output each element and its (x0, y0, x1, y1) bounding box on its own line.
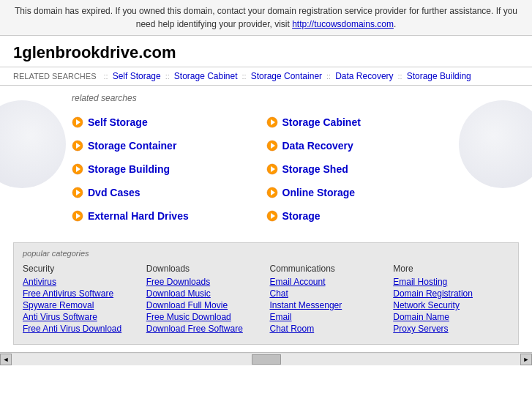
link-col-right: Storage Cabinet Data Recovery (266, 111, 461, 228)
related-bar: RELATED SEARCHES :: Self Storage :: Stor… (0, 67, 532, 86)
arrow-icon (72, 163, 83, 175)
search-links-container: related searches Self Storage (13, 93, 519, 228)
cat-link-antivirus[interactable]: Antivirus (23, 277, 139, 287)
category-downloads: Downloads Free Downloads Download Music … (146, 264, 263, 335)
popular-categories-title: popular categories (23, 249, 509, 258)
category-more: More Email Hosting Domain Registration N… (393, 264, 509, 335)
expired-notice: This domain has expired. If you owned th… (0, 0, 532, 36)
scroll-thumb-horizontal[interactable] (252, 354, 281, 365)
arrow-icon (266, 140, 278, 152)
list-item: Storage (266, 204, 461, 228)
separator-3: :: (242, 72, 247, 81)
scroll-track-horizontal (12, 354, 520, 365)
cat-link-free-downloads[interactable]: Free Downloads (146, 277, 263, 287)
bar-link-storage-building[interactable]: Storage Building (407, 71, 471, 81)
cat-link-email-hosting[interactable]: Email Hosting (393, 277, 509, 287)
cat-link-download-free-software[interactable]: Download Free Software (146, 324, 263, 334)
cat-heading-downloads: Downloads (146, 264, 263, 274)
category-communications: Communications Email Account Chat Instan… (270, 264, 386, 335)
separator-5: :: (398, 72, 402, 81)
list-item: Data Recovery (266, 134, 461, 157)
cat-link-free-music-download[interactable]: Free Music Download (146, 312, 263, 322)
cat-link-domain-registration[interactable]: Domain Registration (393, 288, 509, 299)
link-storage-building[interactable]: Storage Building (88, 163, 170, 175)
related-searches-title: related searches (72, 93, 460, 103)
arrow-icon (72, 210, 83, 222)
cat-link-chat[interactable]: Chat (270, 288, 386, 299)
scroll-right-button[interactable]: ► (520, 354, 532, 365)
list-item: Storage Cabinet (266, 111, 461, 134)
cat-heading-communications: Communications (270, 264, 386, 274)
main-content: related searches Self Storage (0, 86, 532, 235)
link-storage[interactable]: Storage (282, 210, 321, 222)
separator-4: :: (326, 72, 331, 81)
arrow-icon (266, 210, 278, 222)
separator-1: :: (104, 72, 108, 81)
cat-link-free-antivirus-software[interactable]: Free Antivirus Software (23, 288, 139, 299)
cat-heading-security: Security (23, 264, 139, 274)
separator-2: :: (165, 72, 170, 81)
cat-link-domain-name[interactable]: Domain Name (393, 312, 509, 322)
arrow-icon (266, 163, 278, 175)
cat-link-chat-room[interactable]: Chat Room (270, 324, 386, 334)
related-bar-label: RELATED SEARCHES (13, 72, 97, 81)
list-item: External Hard Drives (72, 204, 266, 228)
link-dvd-cases[interactable]: Dvd Cases (88, 187, 141, 198)
link-external-hard-drives[interactable]: External Hard Drives (88, 210, 189, 222)
cat-link-anti-virus-software[interactable]: Anti Virus Software (23, 312, 139, 322)
link-storage-cabinet[interactable]: Storage Cabinet (282, 116, 361, 128)
links-grid: Self Storage Storage Container (72, 111, 460, 228)
link-data-recovery[interactable]: Data Recovery (282, 140, 353, 152)
cat-link-free-anti-virus-download[interactable]: Free Anti Virus Download (23, 324, 139, 334)
arrow-icon (266, 116, 278, 128)
cat-link-spyware-removal[interactable]: Spyware Removal (23, 300, 139, 310)
cat-link-proxy-servers[interactable]: Proxy Servers (393, 324, 509, 334)
arrow-icon (72, 140, 83, 152)
link-storage-shed[interactable]: Storage Shed (282, 163, 348, 175)
arrow-icon (72, 116, 83, 128)
cat-link-download-full-movie[interactable]: Download Full Movie (146, 300, 263, 310)
notice-text: This domain has expired. If you owned th… (15, 6, 517, 29)
scroll-left-button[interactable]: ◄ (0, 354, 12, 365)
arrow-icon (72, 187, 83, 198)
category-security: Security Antivirus Free Antivirus Softwa… (23, 264, 139, 335)
cat-link-email-account[interactable]: Email Account (270, 277, 386, 287)
categories-grid: Security Antivirus Free Antivirus Softwa… (23, 264, 509, 335)
cat-heading-more: More (393, 264, 509, 274)
link-storage-container[interactable]: Storage Container (88, 140, 176, 152)
link-online-storage[interactable]: Online Storage (282, 187, 356, 198)
bar-link-storage-cabinet[interactable]: Storage Cabinet (174, 71, 238, 81)
bar-link-self-storage[interactable]: Self Storage (113, 71, 161, 81)
list-item: Dvd Cases (72, 181, 266, 204)
list-item: Self Storage (72, 111, 266, 134)
bar-link-storage-container[interactable]: Storage Container (251, 71, 322, 81)
list-item: Storage Container (72, 134, 266, 157)
list-item: Storage Building (72, 157, 266, 181)
cat-link-network-security[interactable]: Network Security (393, 300, 509, 310)
bar-link-data-recovery[interactable]: Data Recovery (335, 71, 393, 81)
link-col-left: Self Storage Storage Container (72, 111, 266, 228)
popular-categories: popular categories Security Antivirus Fr… (13, 242, 519, 345)
notice-link[interactable]: http://tucowsdomains.com (292, 19, 394, 29)
list-item: Online Storage (266, 181, 461, 204)
domain-title: 1glenbrookdrive.com (0, 36, 532, 67)
cat-link-instant-messenger[interactable]: Instant Messenger (270, 300, 386, 310)
bottom-scrollbar[interactable]: ◄ ► (0, 352, 532, 365)
arrow-icon (266, 187, 278, 198)
cat-link-email[interactable]: Email (270, 312, 386, 322)
cat-link-download-music[interactable]: Download Music (146, 288, 263, 299)
link-self-storage[interactable]: Self Storage (88, 116, 148, 128)
list-item: Storage Shed (266, 157, 461, 181)
